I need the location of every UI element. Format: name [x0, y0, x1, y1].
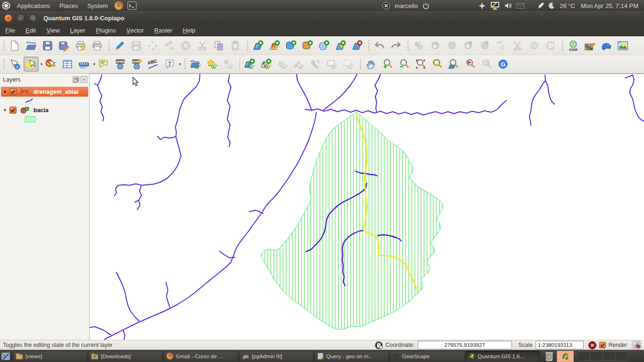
- workspace-switcher[interactable]: [578, 352, 628, 361]
- toolbar-handle[interactable]: [183, 58, 187, 70]
- temperature[interactable]: 26 °C: [560, 2, 575, 9]
- raster-properties-icon[interactable]: [582, 38, 597, 53]
- zoom-to-selection-icon[interactable]: [429, 57, 445, 72]
- window-minimize-button[interactable]: –: [17, 14, 25, 22]
- deselect-features-icon[interactable]: [43, 57, 58, 72]
- qgis-tray-icon[interactable]: [557, 351, 574, 362]
- print-composer-icon[interactable]: [90, 38, 105, 53]
- new-shapefile-layer-icon[interactable]: [333, 38, 348, 53]
- add-postgis-layer-icon[interactable]: [283, 38, 298, 53]
- username[interactable]: marcello: [395, 2, 418, 9]
- taskbar-item-views[interactable]: [views]: [13, 351, 87, 362]
- georeferencer-icon[interactable]: [615, 38, 630, 53]
- taskbar-item-gmail-curso-de[interactable]: Gmail - Curso de ...: [164, 351, 238, 362]
- zoom-to-layer-icon[interactable]: [446, 57, 461, 72]
- text-annotation-icon[interactable]: T: [162, 57, 177, 72]
- copy-features-icon[interactable]: [211, 38, 226, 53]
- remove-layer-icon[interactable]: [349, 38, 364, 53]
- open-attribute-table-icon[interactable]: [60, 57, 75, 72]
- tablet-pen-icon[interactable]: [537, 2, 545, 9]
- add-raster-layer-icon[interactable]: [267, 38, 282, 53]
- measure-icon[interactable]: [76, 57, 91, 72]
- layers-panel-float-button[interactable]: [73, 76, 79, 83]
- grass-add-vector-layer-icon[interactable]: [242, 57, 257, 72]
- layers-panel-close-button[interactable]: ×: [81, 76, 87, 83]
- undo-icon[interactable]: [372, 38, 387, 53]
- grass-open-mapset-icon[interactable]: [188, 57, 203, 72]
- menu-raster[interactable]: Raster: [149, 25, 177, 36]
- layer-visibility-checkbox[interactable]: [9, 107, 17, 114]
- display-settings-icon[interactable]: [490, 1, 500, 10]
- redo-icon[interactable]: [388, 38, 404, 53]
- zoom-full-extent-icon[interactable]: [413, 57, 428, 72]
- save-project-as-icon[interactable]: [57, 38, 72, 53]
- taskbar-item-downloads[interactable]: [Downloads]: [88, 351, 163, 362]
- select-features-dropdown-arrow[interactable]: ▼: [40, 62, 43, 66]
- stop-rendering-icon[interactable]: [588, 341, 596, 349]
- save-project-icon[interactable]: [40, 38, 55, 53]
- toolbar-handle[interactable]: [406, 40, 410, 52]
- menu-file[interactable]: File: [0, 25, 20, 36]
- mouse-position-toggle-icon[interactable]: [375, 341, 383, 349]
- layer-item-drenagem_abiai[interactable]: ▼drenagem_abiai: [1, 87, 88, 97]
- coordinate-input[interactable]: [418, 341, 512, 349]
- pan-map-icon[interactable]: [363, 57, 379, 72]
- menu-layer[interactable]: Layer: [65, 25, 91, 36]
- taskbar-item-quantum-gis-1-6[interactable]: Quantum GIS 1.6....: [465, 351, 540, 362]
- select-features-icon[interactable]: [24, 57, 39, 72]
- postgis-manager-icon[interactable]: [599, 38, 614, 53]
- new-print-composer-icon[interactable]: [73, 38, 88, 53]
- taskbar-item-pgadmin-iii[interactable]: [pgAdmin III]: [239, 351, 314, 362]
- toolbar-handle[interactable]: [2, 58, 6, 70]
- new-home-extent-icon[interactable]: HOME: [129, 57, 144, 72]
- workspace-4[interactable]: [616, 352, 628, 361]
- window-maximize-button[interactable]: ▢: [29, 14, 37, 22]
- taskbar-item-gearscape[interactable]: GearScape: [390, 351, 464, 362]
- zoom-in-icon[interactable]: [380, 57, 395, 72]
- scale-input[interactable]: [536, 341, 584, 349]
- layer-visibility-checkbox[interactable]: [9, 88, 17, 95]
- render-checkbox[interactable]: [599, 342, 606, 348]
- add-wms-layer-icon[interactable]: [316, 38, 331, 53]
- text-annotation-dropdown-arrow[interactable]: ▼: [178, 62, 182, 66]
- window-close-button[interactable]: ×: [4, 14, 12, 22]
- workspace-3[interactable]: [603, 352, 616, 361]
- toolbar-handle[interactable]: [245, 40, 249, 52]
- grass-new-mapset-icon[interactable]: [205, 57, 220, 72]
- ubuntu-one-status-icon[interactable]: [382, 2, 390, 9]
- toolbar-handle[interactable]: [107, 40, 111, 52]
- new-project-icon[interactable]: [7, 38, 22, 53]
- toolbar-handle[interactable]: [358, 58, 363, 70]
- home-extent-icon[interactable]: HOME: [113, 57, 128, 72]
- zoom-last-icon[interactable]: [462, 57, 478, 72]
- layer-expander-arrow[interactable]: ▼: [3, 90, 8, 94]
- trash-applet-icon[interactable]: [545, 351, 554, 362]
- map-tips-icon[interactable]: [96, 57, 111, 72]
- open-project-icon[interactable]: [24, 38, 39, 53]
- weather-moon-icon[interactable]: [548, 2, 555, 9]
- identify-features-icon[interactable]: i: [7, 57, 22, 72]
- menu-vector[interactable]: Vector: [121, 25, 149, 36]
- toolbar-handle[interactable]: [367, 40, 371, 52]
- firefox-launcher-icon[interactable]: [114, 1, 124, 10]
- power-icon[interactable]: [422, 2, 429, 9]
- clock[interactable]: Mon Apr 25, 7:14 PM: [581, 2, 638, 9]
- show-desktop-button[interactable]: [0, 351, 12, 362]
- zoom-out-icon[interactable]: [396, 57, 412, 72]
- layer-expander-arrow[interactable]: ▼: [3, 108, 8, 113]
- gearscape-icon[interactable]: G: [495, 57, 511, 72]
- terminal-launcher-icon[interactable]: [127, 1, 137, 10]
- volume-icon[interactable]: [504, 2, 512, 9]
- menu-edit[interactable]: Edit: [20, 25, 41, 36]
- ogr-layer-converter-icon[interactable]: OGR: [566, 38, 581, 53]
- taskbar-item-query-geo-on-m[interactable]: Query - geo on m...: [314, 351, 389, 362]
- menu-plugins[interactable]: Plugins: [91, 25, 121, 36]
- sync-pinwheel-icon[interactable]: [478, 2, 486, 10]
- toggle-editing-icon[interactable]: [112, 38, 127, 53]
- toolbar-handle[interactable]: [561, 40, 565, 52]
- panel-menu-places[interactable]: Places: [55, 0, 83, 11]
- map-canvas[interactable]: [90, 74, 644, 340]
- panel-menu-applications[interactable]: Applications: [12, 0, 55, 11]
- mail-icon[interactable]: [516, 3, 525, 9]
- ubuntu-logo-icon[interactable]: [2, 1, 10, 10]
